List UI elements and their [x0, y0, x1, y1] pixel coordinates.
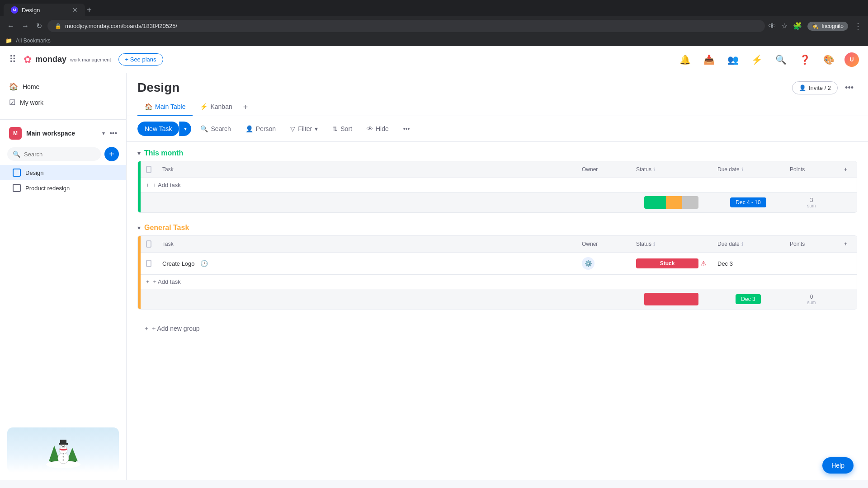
- group-this-month-collapse[interactable]: ▾: [137, 150, 141, 157]
- sidebar-board-design[interactable]: Design: [0, 165, 126, 180]
- sidebar-item-my-work[interactable]: ☑ My work: [0, 94, 126, 110]
- th-owner: Owner: [576, 161, 631, 178]
- menu-dots[interactable]: ⋮: [854, 21, 863, 32]
- user-avatar[interactable]: U: [844, 52, 859, 67]
- general-task-summary-row: Dec 3 0 sum: [141, 289, 857, 309]
- tab-kanban[interactable]: ⚡ Kanban: [193, 99, 239, 116]
- due-date-info-icon: ℹ: [741, 167, 743, 173]
- integrations-icon[interactable]: ⚡: [749, 52, 765, 68]
- star-icon[interactable]: ☆: [781, 22, 788, 30]
- filter-action-button[interactable]: ▽ Filter ▾: [285, 122, 323, 136]
- row-owner-cell[interactable]: ⚙️: [576, 253, 631, 274]
- hide-action-button[interactable]: 👁 Hide: [361, 122, 394, 136]
- workspace-header[interactable]: M Main workspace ▾ •••: [0, 123, 126, 143]
- row-task-cell[interactable]: Create Logo 🕐: [157, 255, 576, 272]
- row-points-cell: [784, 259, 839, 268]
- row-checkbox[interactable]: [146, 260, 151, 267]
- sidebar-item-home[interactable]: 🏠 Home: [0, 79, 126, 94]
- new-task-button[interactable]: New Task: [137, 122, 179, 136]
- board-more-button[interactable]: •••: [841, 81, 857, 94]
- more-action-button[interactable]: •••: [398, 122, 415, 136]
- search-input[interactable]: [24, 151, 95, 158]
- kanban-icon: ⚡: [200, 103, 208, 110]
- notifications-icon[interactable]: 🔔: [677, 52, 693, 68]
- home-icon: 🏠: [9, 82, 18, 91]
- gt-summary-owner-cell: [576, 289, 631, 309]
- group-this-month: ▾ This month: [137, 149, 857, 213]
- gt-summary-date-badge: Dec 3: [736, 294, 760, 304]
- gt-th-owner: Owner: [576, 236, 631, 252]
- people-icon[interactable]: 👥: [725, 52, 741, 68]
- gt-th-add-col[interactable]: +: [839, 236, 857, 252]
- group-general-task-collapse[interactable]: ▾: [137, 224, 141, 231]
- filter-action-icon: ▽: [290, 125, 295, 132]
- invite-label: Invite / 2: [809, 84, 831, 91]
- workspace-more-icon[interactable]: •••: [109, 129, 117, 137]
- theme-icon[interactable]: 🎨: [821, 52, 837, 68]
- sidebar: 🏠 Home ☑ My work M Main workspace ▾ ••• …: [0, 73, 127, 480]
- add-group-button[interactable]: + + Add new group: [137, 320, 207, 337]
- tab-main-table-label: Main Table: [155, 103, 185, 110]
- app: ⠿ ✿ monday work management + See plans 🔔…: [0, 46, 868, 480]
- board-actions: New Task ▾ 🔍 Search 👤 Person ▽ Filter ▾: [127, 116, 868, 142]
- search-action-button[interactable]: 🔍 Search: [195, 122, 236, 136]
- board-table-area: ▾ This month: [127, 142, 868, 480]
- gt-add-task-icon: +: [146, 278, 150, 285]
- summary-checkbox-cell: [141, 192, 157, 212]
- back-button[interactable]: ←: [5, 20, 16, 32]
- home-label: Home: [23, 83, 39, 90]
- svg-point-10: [61, 443, 62, 444]
- tab-main-table[interactable]: 🏠 Main Table: [137, 99, 193, 116]
- gt-header-checkbox[interactable]: [146, 240, 151, 248]
- search-header-icon[interactable]: 🔍: [773, 52, 789, 68]
- sidebar-board-product-redesign[interactable]: Product redesign: [0, 180, 126, 196]
- alert-icon: ⚠: [700, 259, 707, 268]
- add-task-label: + Add task: [153, 182, 181, 188]
- sort-action-button[interactable]: ⇅ Sort: [327, 122, 358, 136]
- th-add-col[interactable]: +: [839, 161, 857, 178]
- group-this-month-table: Task Owner Status ℹ: [137, 161, 857, 213]
- this-month-summary-row: Dec 4 - 10 3 sum: [141, 192, 857, 212]
- add-button[interactable]: +: [104, 147, 119, 161]
- more-action-icon: •••: [403, 125, 410, 132]
- forward-button[interactable]: →: [20, 20, 31, 32]
- new-tab-button[interactable]: +: [87, 5, 92, 15]
- app-header: ⠿ ✿ monday work management + See plans 🔔…: [0, 46, 868, 73]
- group-this-month-table-inner: Task Owner Status ℹ: [138, 161, 857, 212]
- header-checkbox[interactable]: [146, 166, 151, 173]
- gt-th-task: Task: [157, 236, 576, 252]
- help-header-icon[interactable]: ❓: [797, 52, 813, 68]
- gt-summary-points-sub: sum: [807, 300, 816, 305]
- person-action-button[interactable]: 👤 Person: [240, 122, 281, 136]
- tab-close-button[interactable]: ✕: [72, 6, 78, 14]
- th-status-label: Status: [636, 166, 651, 173]
- row-status-cell[interactable]: Stuck ⚠: [631, 254, 712, 273]
- this-month-add-task[interactable]: + + Add task: [141, 178, 857, 192]
- person-action-icon: 👤: [245, 125, 253, 132]
- th-task-label: Task: [162, 166, 174, 173]
- inbox-icon[interactable]: 📥: [701, 52, 717, 68]
- general-task-header-row: Task Owner Status ℹ: [141, 236, 857, 253]
- general-task-add-task[interactable]: + + Add task: [141, 275, 857, 289]
- board-label-product-redesign: Product redesign: [25, 185, 70, 192]
- address-bar[interactable]: 🔒 moodjoy.monday.com/boards/1830420525/: [47, 20, 765, 32]
- gt-th-owner-label: Owner: [582, 241, 598, 247]
- group-general-task-title: General Task: [144, 224, 189, 232]
- task-clock-icon: 🕐: [200, 260, 208, 267]
- row-due-date-cell[interactable]: Dec 3: [712, 256, 784, 272]
- help-button[interactable]: Help: [822, 457, 854, 474]
- board-title: Design: [137, 80, 179, 95]
- board-header-right: 👤 Invite / 2 •••: [792, 81, 857, 94]
- search-input-wrap[interactable]: 🔍: [7, 147, 101, 161]
- invite-button[interactable]: 👤 Invite / 2: [792, 81, 838, 94]
- board-label-design: Design: [25, 169, 43, 176]
- apps-grid-icon[interactable]: ⠿: [9, 54, 16, 66]
- group-general-task-header: ▾ General Task: [137, 224, 857, 232]
- reload-button[interactable]: ↻: [34, 20, 44, 32]
- tab-add-button[interactable]: +: [240, 99, 252, 116]
- new-task-dropdown-button[interactable]: ▾: [179, 122, 191, 136]
- tab-favicon: M: [11, 6, 18, 14]
- see-plans-button[interactable]: + See plans: [118, 53, 163, 66]
- profile-icon[interactable]: 🧩: [793, 22, 802, 30]
- active-tab[interactable]: M Design ✕: [4, 4, 85, 16]
